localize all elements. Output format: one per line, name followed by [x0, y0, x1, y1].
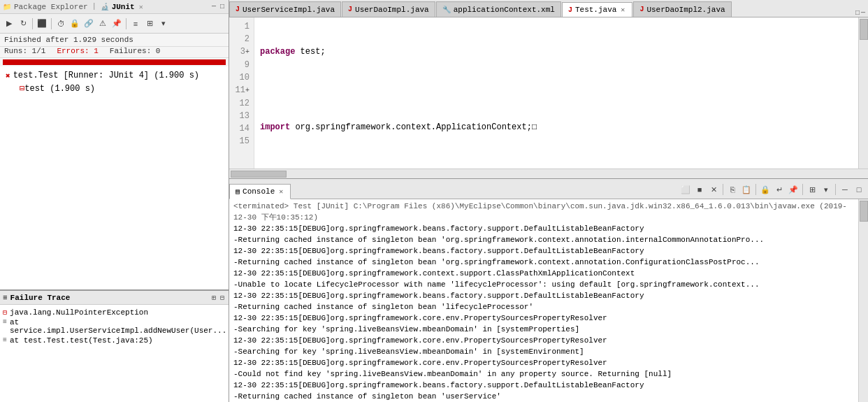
package-icon: 📁	[3, 3, 11, 11]
ln-12: 12	[233, 97, 249, 110]
editor-body: 1 2 3+ 9 10 11+ 12 13 14 15 package test…	[229, 17, 868, 168]
console-log-0: 12-30 22:35:15[DEBUG]org.springframework…	[233, 223, 854, 234]
console-log-15: -Returning cached instance of singleton …	[233, 391, 854, 402]
test-item-label: test.Test [Runner: JUnit 4] (1.900 s)	[13, 71, 199, 80]
tab-close-test[interactable]: ✕	[619, 6, 626, 14]
failure-line-1[interactable]: ⊟ java.lang.NullPointerException	[3, 308, 226, 317]
expand-all-button[interactable]: ⊞	[143, 17, 156, 30]
maximize-icon[interactable]: □	[219, 2, 226, 11]
editor-minimize-icon[interactable]: ─	[861, 9, 865, 17]
tab-label-userdaoimpl: UserDaoImpl.java	[355, 6, 429, 14]
tab-label-test: Test.java	[575, 6, 616, 14]
console-sep-3	[802, 184, 803, 195]
console-remove-btn[interactable]: ✕	[707, 183, 720, 196]
console-clear-btn[interactable]: ⬜	[679, 183, 692, 196]
toolbar-sep-3	[126, 18, 126, 29]
failure-trace-btn1[interactable]: ⊞	[210, 293, 217, 303]
test-error-icon: ✖	[6, 71, 10, 80]
failure-text-1: java.lang.NullPointerException	[10, 308, 148, 317]
menu-button[interactable]: ▾	[157, 17, 170, 30]
test-sub-item[interactable]: ⊟ test (1.900 s)	[3, 82, 226, 95]
tab-userserviceimpl[interactable]: J UserServiceImpl.java	[229, 1, 341, 17]
console-vscrollbar[interactable]	[858, 199, 868, 402]
code-editor[interactable]: 1 2 3+ 9 10 11+ 12 13 14 15 package test…	[229, 17, 858, 168]
junit-titlebar: 📁 Package Explorer | 🔬 JUnit ✕ ─ □	[0, 0, 229, 14]
console-log-13: -Could not find key 'spring.liveBeansVie…	[233, 368, 854, 380]
console-tab[interactable]: ▤ Console ✕	[229, 184, 291, 199]
editor-vscrollbar[interactable]	[858, 17, 868, 168]
failure-line-3[interactable]: ≡ at test.Test.test(Test.java:25)	[3, 336, 226, 345]
collapse-all-button[interactable]: ≡	[129, 17, 142, 30]
tab-test[interactable]: J Test.java ✕	[562, 2, 632, 17]
ln-11: 11+	[233, 84, 249, 97]
console-paste-btn[interactable]: 📋	[740, 183, 753, 196]
tab-label-userdaoimpl2: UserDaoImpl2.java	[646, 6, 725, 14]
ln-13: 13	[233, 110, 249, 122]
fold-11[interactable]: +	[245, 87, 249, 94]
tab-appcontext[interactable]: 🔧 applicationContext.xml	[436, 1, 561, 17]
console-max-btn[interactable]: □	[853, 183, 865, 196]
fold-3[interactable]: +	[245, 48, 249, 56]
console-content[interactable]: <terminated> Test [JUnit] C:\Program Fil…	[229, 199, 858, 402]
ln-15: 15	[233, 135, 249, 148]
rerun-failed-button[interactable]: ↻	[17, 17, 29, 30]
console-sep-4	[835, 184, 836, 195]
console-sep-2	[755, 184, 756, 195]
console-inner: <terminated> Test [JUnit] C:\Program Fil…	[229, 199, 868, 402]
tab-userdaoimpl[interactable]: J UserDaoImpl.java	[342, 1, 435, 17]
ln-3: 3+	[233, 45, 249, 59]
console-log-10: 12-30 22:35:15[DEBUG]org.springframework…	[233, 335, 854, 346]
console-icon: ▤	[236, 187, 240, 196]
stop-button[interactable]: ⬛	[36, 17, 48, 30]
rerun-button[interactable]: ▶	[3, 17, 15, 30]
ln-1: 1	[233, 20, 249, 33]
minimize-icon[interactable]: ─	[210, 2, 217, 11]
editor-vscrollbar-thumb[interactable]	[860, 19, 868, 40]
link-button[interactable]: 🔗	[82, 17, 95, 30]
console-copy-btn[interactable]: ⎘	[726, 183, 739, 196]
junit-status-bar: Finished after 1.929 seconds	[0, 34, 229, 47]
tab-j-icon-2: J	[348, 6, 352, 13]
failures-only-button[interactable]: ⚠	[96, 17, 109, 30]
scroll-lock-button[interactable]: 📌	[110, 17, 123, 30]
console-log-12: 12-30 22:35:15[DEBUG]org.springframework…	[233, 357, 854, 368]
right-panel: J UserServiceImpl.java J UserDaoImpl.jav…	[229, 0, 868, 402]
failure-trace-panel: ≡ Failure Trace ⊞ ⊟ ⊟ java.lang.NullPoin…	[0, 290, 229, 402]
console-min-btn[interactable]: ─	[839, 183, 851, 196]
junit-toolbar: ▶ ↻ ⬛ ⏱ 🔒 🔗 ⚠ 📌 ≡ ⊞ ▾	[0, 14, 229, 34]
console-log-1: -Returning cached instance of singleton …	[233, 234, 854, 245]
failure-trace-content: ⊟ java.lang.NullPointerException ≡ at se…	[0, 305, 229, 402]
ln-14: 14	[233, 122, 249, 135]
test-item[interactable]: ✖ test.Test [Runner: JUnit 4] (1.900 s)	[3, 69, 226, 82]
titlebar-controls: ─ □	[210, 2, 226, 11]
failure-trace-btn2[interactable]: ⊟	[219, 293, 226, 303]
lock-button[interactable]: 🔒	[68, 17, 81, 30]
console-pin-btn[interactable]: 📌	[787, 183, 800, 196]
junit-close-icon[interactable]: ✕	[139, 3, 143, 11]
package-explorer-tab[interactable]: Package Explorer	[14, 3, 88, 11]
failure-line-2[interactable]: ≡ at service.impl.UserServiceImpl.addNew…	[3, 317, 226, 336]
test-tree: ✖ test.Test [Runner: JUnit 4] (1.900 s) …	[0, 66, 229, 289]
editor-hscrollbar-thumb[interactable]	[231, 171, 287, 178]
console-scroll-lock-btn[interactable]: 🔒	[759, 183, 772, 196]
toolbar-sep-2	[51, 18, 52, 29]
code-line-2	[260, 83, 853, 96]
console-stop-btn[interactable]: ■	[693, 183, 706, 196]
console-vscrollbar-thumb[interactable]	[860, 201, 868, 222]
console-open-btn[interactable]: ⊞	[806, 183, 818, 196]
tab-xml-icon: 🔧	[442, 6, 451, 14]
console-menu-btn[interactable]: ▾	[820, 183, 832, 196]
line-numbers: 1 2 3+ 9 10 11+ 12 13 14 15	[229, 17, 254, 168]
console-log-9: -Searching for key 'spring.liveBeansView…	[233, 324, 854, 335]
console-word-wrap-btn[interactable]: ↵	[773, 183, 786, 196]
console-tab-close[interactable]: ✕	[277, 187, 284, 196]
tab-userdaoimpl2[interactable]: J UserDaoImpl2.java	[633, 1, 731, 17]
tab-label-userserviceimpl: UserServiceImpl.java	[243, 6, 335, 14]
test-sub-icon: ⊟	[20, 83, 24, 94]
editor-maximize-icon[interactable]: □	[855, 9, 860, 17]
junit-tab[interactable]: JUnit	[112, 3, 135, 11]
progress-bar-container	[3, 59, 226, 65]
failure-text-2: at service.impl.UserServiceImpl.addNewUs…	[10, 318, 226, 335]
history-button[interactable]: ⏱	[55, 17, 67, 30]
editor-hscrollbar[interactable]	[229, 168, 868, 178]
